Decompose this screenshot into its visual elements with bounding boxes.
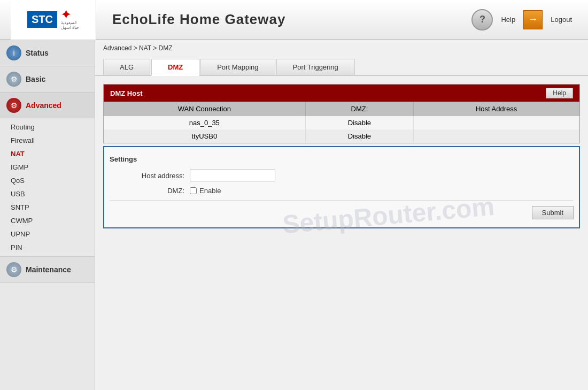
content-area: Advanced > NAT > DMZ ALG DMZ Port Mappin… xyxy=(95,40,588,390)
dmz-row: DMZ: Enable xyxy=(110,187,574,195)
submit-button[interactable]: Submit xyxy=(532,206,574,219)
sidebar-advanced-header[interactable]: ⚙ Advanced xyxy=(0,93,95,118)
sidebar-item-nat[interactable]: NAT xyxy=(0,147,95,160)
sidebar-item-igmp[interactable]: IGMP xyxy=(0,160,95,174)
dmz-enable-row: Enable xyxy=(190,187,221,195)
basic-icon: ⚙ xyxy=(6,72,21,87)
tab-alg[interactable]: ALG xyxy=(103,59,150,75)
table-row: nas_0_35 Disable xyxy=(104,116,579,129)
stc-tagline: السعوديةحياة أسهل xyxy=(61,21,79,30)
sidebar-item-cwmp[interactable]: CWMP xyxy=(0,214,95,227)
row1-host xyxy=(414,116,579,129)
row2-host xyxy=(414,129,579,143)
sidebar-maintenance-label: Maintenance xyxy=(26,265,71,274)
logout-label: Logout xyxy=(551,16,572,24)
sidebar-section-maintenance: ⚙ Maintenance xyxy=(0,257,95,283)
host-address-row: Host address: xyxy=(110,170,574,181)
logo-area: STC ✦ السعوديةحياة أسهل xyxy=(11,0,96,40)
advanced-sub-items: Routing Firewall NAT IGMP QoS USB SNTP C… xyxy=(0,118,95,256)
dmz-host-help-button[interactable]: Help xyxy=(546,88,573,98)
dmz-host-title: DMZ Host xyxy=(110,89,143,97)
dmz-label: DMZ: xyxy=(110,187,190,195)
main-layout: i Status ⚙ Basic ⚙ Advanced Routing Fire… xyxy=(0,40,588,390)
sidebar-item-usb[interactable]: USB xyxy=(0,187,95,201)
sidebar-item-upnp[interactable]: UPNP xyxy=(0,227,95,241)
settings-title: Settings xyxy=(110,155,574,163)
dmz-table: WAN Connection DMZ: Host Address nas_0_3… xyxy=(104,102,579,143)
help-circle-icon[interactable]: ? xyxy=(471,9,493,30)
row2-dmz: Disable xyxy=(305,129,414,143)
dmz-content: DMZ Host Help WAN Connection DMZ: Host A… xyxy=(95,76,588,236)
logout-arrow-icon: → xyxy=(523,10,543,29)
sidebar-maintenance-header[interactable]: ⚙ Maintenance xyxy=(0,257,95,282)
maintenance-icon: ⚙ xyxy=(6,262,21,277)
sidebar-status-label: Status xyxy=(26,49,49,57)
dmz-enable-label: Enable xyxy=(199,187,221,195)
sidebar-section-status: i Status xyxy=(0,40,95,66)
sidebar-item-pin[interactable]: PIN xyxy=(0,241,95,254)
row1-dmz: Disable xyxy=(305,116,414,129)
title-area: EchoLife Home Gateway xyxy=(96,11,471,28)
sidebar-basic-label: Basic xyxy=(26,75,45,83)
help-label: Help xyxy=(501,16,515,24)
stc-logo-text: STC xyxy=(27,11,57,28)
breadcrumb: Advanced > NAT > DMZ xyxy=(95,40,588,56)
sidebar-section-basic: ⚙ Basic xyxy=(0,66,95,93)
host-address-label: Host address: xyxy=(110,172,190,180)
sidebar-item-firewall[interactable]: Firewall xyxy=(0,134,95,147)
col-host: Host Address xyxy=(414,102,579,116)
main-title: EchoLife Home Gateway xyxy=(112,11,285,28)
tab-port-triggering[interactable]: Port Triggering xyxy=(276,59,355,75)
sidebar-basic-header[interactable]: ⚙ Basic xyxy=(0,66,95,92)
advanced-icon: ⚙ xyxy=(6,98,21,113)
col-dmz: DMZ: xyxy=(305,102,414,116)
table-row: ttyUSB0 Disable xyxy=(104,129,579,143)
sidebar-status-header[interactable]: i Status xyxy=(0,40,95,66)
settings-footer: Submit xyxy=(110,200,574,219)
dmz-host-wrapper: DMZ Host Help WAN Connection DMZ: Host A… xyxy=(103,84,580,143)
header: STC ✦ السعوديةحياة أسهل EchoLife Home Ga… xyxy=(0,0,588,40)
status-icon: i xyxy=(6,45,21,60)
sidebar-item-qos[interactable]: QoS xyxy=(0,174,95,187)
stc-wing-icon: ✦ xyxy=(61,9,79,21)
sidebar-item-sntp[interactable]: SNTP xyxy=(0,201,95,214)
col-wan: WAN Connection xyxy=(104,102,305,116)
header-actions: ? Help → Logout xyxy=(471,9,572,30)
tab-dmz[interactable]: DMZ xyxy=(151,59,199,76)
host-address-input[interactable] xyxy=(190,170,275,181)
sidebar-item-routing[interactable]: Routing xyxy=(0,120,95,134)
dmz-host-header: DMZ Host Help xyxy=(104,85,579,102)
table-header-row: WAN Connection DMZ: Host Address xyxy=(104,102,579,116)
settings-panel: Settings Host address: DMZ: Enable Submi… xyxy=(103,146,580,228)
tabs: ALG DMZ Port Mapping Port Triggering xyxy=(95,56,588,76)
sidebar: i Status ⚙ Basic ⚙ Advanced Routing Fire… xyxy=(0,40,95,390)
row1-wan: nas_0_35 xyxy=(104,116,305,129)
sidebar-advanced-label: Advanced xyxy=(26,101,61,110)
sidebar-section-advanced: ⚙ Advanced Routing Firewall NAT IGMP QoS… xyxy=(0,93,95,257)
row2-wan: ttyUSB0 xyxy=(104,129,305,143)
help-button[interactable]: Help xyxy=(501,16,515,24)
tab-port-mapping[interactable]: Port Mapping xyxy=(200,59,275,75)
logout-button[interactable]: → xyxy=(523,10,543,29)
dmz-enable-checkbox[interactable] xyxy=(190,187,197,194)
